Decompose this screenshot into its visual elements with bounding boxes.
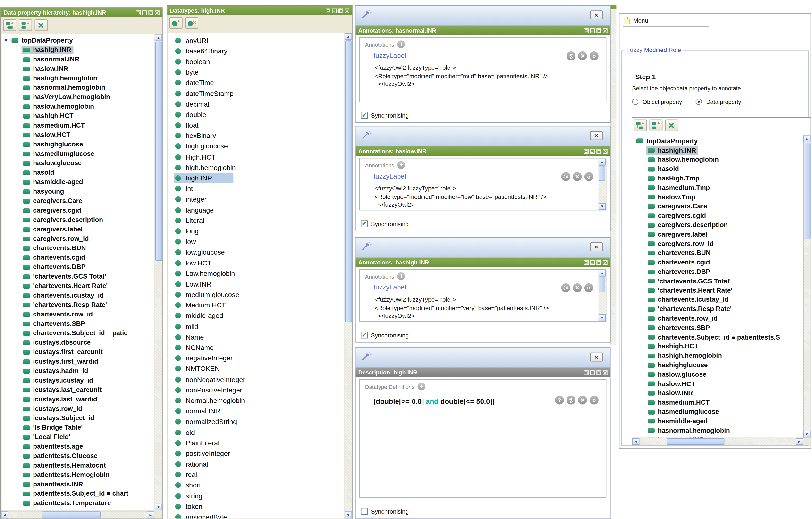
add-annotation-button[interactable]: + xyxy=(397,161,405,169)
datatype-item[interactable]: NCName xyxy=(168,342,344,353)
tree-item[interactable]: caregivers.row_id xyxy=(1,234,154,243)
tree-item[interactable]: patienttests.WBC xyxy=(1,508,154,511)
datatype-item[interactable]: middle-aged xyxy=(168,311,344,321)
annotation-value[interactable]: <fuzzyOwl2 fuzzyType="role"> <Role type=… xyxy=(374,64,548,88)
datatype-item[interactable]: integer xyxy=(168,194,344,205)
object-property-radio-label[interactable]: Object property xyxy=(642,98,682,105)
datatype-item[interactable]: high.INR xyxy=(168,173,344,183)
tree-item[interactable]: chartevents.row_id xyxy=(633,314,803,323)
datatype-item[interactable]: real xyxy=(168,469,344,480)
datatype-item[interactable]: Medium.HCT xyxy=(168,300,344,311)
tree-item[interactable]: patienttests.Hematocrit xyxy=(1,461,154,470)
datatype-item[interactable]: medium.gloucose xyxy=(168,289,344,300)
minimize-view-icon[interactable] xyxy=(590,370,595,375)
datatype-definition-expression[interactable]: (double[>= 0.0] and double[<= 50.0]) xyxy=(374,398,495,406)
datatype-item[interactable]: High.HCT xyxy=(168,151,344,162)
maximize-view-icon[interactable] xyxy=(338,8,343,12)
tree-item[interactable]: chartevents.DBP xyxy=(1,262,154,272)
tree-item[interactable]: 'chartevents.GCS Total' xyxy=(1,272,154,281)
add-datatype-button[interactable] xyxy=(170,17,183,29)
tree-item[interactable]: patienttests.Temperature xyxy=(1,498,154,508)
tree-item[interactable]: chartevents.SBP xyxy=(633,323,803,333)
maximize-view-icon[interactable] xyxy=(148,10,153,15)
datatype-item[interactable]: anyURI xyxy=(168,35,344,46)
tree-item[interactable]: hasyoung xyxy=(1,187,154,196)
vertical-scrollbar[interactable]: ▲ ▼ xyxy=(803,135,810,437)
tree-item[interactable]: hasnormal.hemoglobin xyxy=(1,83,154,92)
tree-item[interactable]: caregivers.cgid xyxy=(1,206,154,215)
object-property-radio[interactable] xyxy=(632,98,638,105)
datatype-item[interactable]: low.gloucose xyxy=(168,247,344,258)
tree-item[interactable]: caregivers.Care xyxy=(633,202,803,211)
tree-item[interactable]: haslow.glucose xyxy=(633,370,803,379)
datatype-item[interactable]: high.gloucose xyxy=(168,141,344,152)
minimize-view-icon[interactable] xyxy=(590,28,595,33)
explain-button[interactable]: ? xyxy=(555,396,564,405)
tree-item[interactable]: 'chartevents.Heart Rate' xyxy=(633,286,803,295)
tree-item[interactable]: hashigh.HCT xyxy=(633,342,803,351)
scroll-up-icon[interactable]: ▲ xyxy=(345,33,352,40)
add-sibling-property-button[interactable] xyxy=(19,20,32,31)
tree-root-item[interactable]: topDataProperty xyxy=(633,137,803,146)
datatype-item[interactable]: byte xyxy=(168,67,344,78)
datatype-item[interactable]: negativeInteger xyxy=(168,353,344,364)
scroll-down-icon[interactable]: ▼ xyxy=(155,504,162,511)
datatype-item[interactable]: old xyxy=(168,427,344,438)
annotation-value[interactable]: <fuzzyOwl2 fuzzyType="role"> <Role type=… xyxy=(374,184,546,209)
scroll-up-icon[interactable]: ▲ xyxy=(803,135,810,142)
tree-item[interactable]: hashighglucose xyxy=(633,361,803,370)
tree-item[interactable]: icustays.first_careunit xyxy=(1,347,154,357)
tree-item[interactable]: hasmediumglucose xyxy=(1,149,154,158)
maximize-view-icon[interactable] xyxy=(597,260,601,264)
tree-item[interactable]: haslow.HCT xyxy=(1,130,154,140)
synchronising-checkbox[interactable]: ✔ xyxy=(361,331,368,338)
tree-root-item[interactable]: ▼topDataProperty xyxy=(1,36,154,45)
tree-item[interactable]: hasnormal.INR xyxy=(1,55,154,64)
tree-item[interactable]: hasnormal.hemoglobin xyxy=(633,426,803,435)
maximize-view-icon[interactable] xyxy=(597,149,601,153)
datatype-item[interactable]: Name xyxy=(168,332,344,342)
delete-annotation-button[interactable]: ✕ xyxy=(573,172,582,181)
tree-item[interactable]: hashigh.hemoglobin xyxy=(1,73,154,83)
minimize-view-icon[interactable] xyxy=(332,8,337,12)
scroll-right-icon[interactable]: ► xyxy=(796,438,803,445)
add-subproperty-button[interactable] xyxy=(3,20,16,31)
edit-annotation-button[interactable]: o xyxy=(584,283,593,292)
tree-item[interactable]: hasold xyxy=(1,168,154,177)
tree-item[interactable]: 'chartevents.Resp Rate' xyxy=(1,300,154,310)
datatype-item[interactable]: Normal.hemoglobin xyxy=(168,395,344,406)
synchronising-checkbox[interactable]: ✔ xyxy=(361,112,368,118)
datatype-item[interactable]: double xyxy=(168,109,344,120)
close-view-icon[interactable] xyxy=(603,149,607,153)
close-view-icon[interactable] xyxy=(603,260,607,264)
scroll-down-icon[interactable]: ▼ xyxy=(345,512,352,518)
tree-item[interactable]: caregivers.label xyxy=(633,230,803,239)
scroll-down-icon[interactable]: ▼ xyxy=(599,203,606,210)
tree-item[interactable]: chartevents.row_id xyxy=(1,310,154,319)
tree-item[interactable]: hasmiddle-aged xyxy=(633,416,803,426)
datatype-item[interactable]: unsignedByte xyxy=(168,512,344,518)
tree-item[interactable]: caregivers.cgid xyxy=(633,211,803,220)
delete-property-button[interactable] xyxy=(665,120,678,132)
datatype-item[interactable]: base64Binary xyxy=(168,46,344,56)
tree-item[interactable]: hasnormal.INR xyxy=(633,435,803,438)
add-datatype-definition-button[interactable]: + xyxy=(418,382,426,390)
synchronising-checkbox[interactable]: ✔ xyxy=(361,220,368,227)
tree-item[interactable]: haslow.glucose xyxy=(1,158,154,168)
scroll-down-icon[interactable]: ▼ xyxy=(599,314,606,321)
tree-item[interactable]: 'chartevents.GCS Total' xyxy=(633,277,803,286)
tree-item[interactable]: hashigh.hemoglobin xyxy=(633,351,803,361)
datatype-item[interactable]: boolean xyxy=(168,56,344,67)
tree-item[interactable]: chartevents.BUN xyxy=(633,249,803,258)
datatype-item[interactable]: long xyxy=(168,226,344,236)
tree-item[interactable]: 'chartevents.Resp Rate' xyxy=(633,305,803,314)
close-view-icon[interactable] xyxy=(603,370,607,375)
datatype-item[interactable]: high.hemoglobin xyxy=(168,162,344,173)
data-property-radio[interactable] xyxy=(696,98,702,105)
tree-item[interactable]: hasmediumglucose xyxy=(633,407,803,416)
float-view-icon[interactable] xyxy=(584,260,588,264)
datatype-item[interactable]: low xyxy=(168,236,344,247)
float-view-icon[interactable] xyxy=(584,149,588,153)
minimize-view-icon[interactable] xyxy=(590,260,595,264)
add-annotation-button[interactable]: + xyxy=(397,272,405,280)
